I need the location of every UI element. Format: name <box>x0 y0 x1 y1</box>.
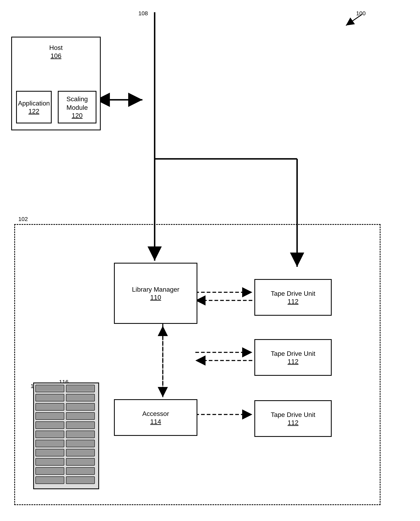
tape-drive-1-box: Tape Drive Unit 112 <box>254 279 332 316</box>
host-num: 106 <box>12 52 100 60</box>
application-num: 122 <box>29 107 39 115</box>
library-manager-label: Library Manager <box>132 285 180 294</box>
svg-rect-23 <box>36 421 64 429</box>
tape-rack <box>31 381 101 491</box>
svg-rect-26 <box>66 431 95 438</box>
svg-line-13 <box>346 14 362 25</box>
svg-rect-18 <box>66 394 95 401</box>
svg-rect-20 <box>66 403 95 410</box>
svg-rect-17 <box>36 394 64 401</box>
svg-rect-35 <box>36 477 64 484</box>
svg-rect-24 <box>66 421 95 429</box>
svg-rect-34 <box>66 467 95 475</box>
tape-drive-3-num: 112 <box>287 419 298 427</box>
ref-100-arrow <box>342 12 366 29</box>
host-box: Host 106 Application 122 Scaling Module … <box>11 37 101 130</box>
svg-rect-32 <box>66 458 95 465</box>
svg-rect-36 <box>66 477 95 484</box>
tape-drive-3-label: Tape Drive Unit <box>271 411 315 419</box>
library-manager-num: 110 <box>150 294 161 301</box>
svg-rect-33 <box>36 467 64 475</box>
ref-102: 102 <box>18 216 28 222</box>
svg-rect-28 <box>66 440 95 447</box>
svg-rect-31 <box>36 458 64 465</box>
scaling-module-label: Scaling Module <box>67 95 88 112</box>
tape-drive-3-box: Tape Drive Unit 112 <box>254 400 332 437</box>
scaling-module-box: Scaling Module 120 <box>58 91 97 123</box>
scaling-module-num: 120 <box>72 112 82 119</box>
svg-rect-25 <box>36 431 64 438</box>
diagram: 100 108 102 115 116 Host 106 Application… <box>0 0 420 521</box>
svg-rect-15 <box>36 385 64 392</box>
tape-drive-2-label: Tape Drive Unit <box>271 350 315 358</box>
accessor-box: Accessor 114 <box>114 399 197 436</box>
tape-drive-1-num: 112 <box>287 298 298 305</box>
application-label: Application <box>18 99 50 108</box>
svg-rect-16 <box>66 385 95 392</box>
tape-drive-2-box: Tape Drive Unit 112 <box>254 339 332 376</box>
svg-rect-29 <box>36 449 64 456</box>
ref-108: 108 <box>138 10 148 17</box>
accessor-label: Accessor <box>142 410 169 418</box>
accessor-num: 114 <box>150 418 161 425</box>
svg-rect-19 <box>36 403 64 410</box>
svg-rect-30 <box>66 449 95 456</box>
host-label: Host <box>12 44 100 52</box>
svg-rect-21 <box>36 413 64 420</box>
tape-drive-2-num: 112 <box>287 358 298 365</box>
tape-drive-1-label: Tape Drive Unit <box>271 289 315 298</box>
application-box: Application 122 <box>16 91 52 123</box>
svg-rect-22 <box>66 413 95 420</box>
svg-rect-27 <box>36 440 64 447</box>
library-manager-box: Library Manager 110 <box>114 263 197 324</box>
